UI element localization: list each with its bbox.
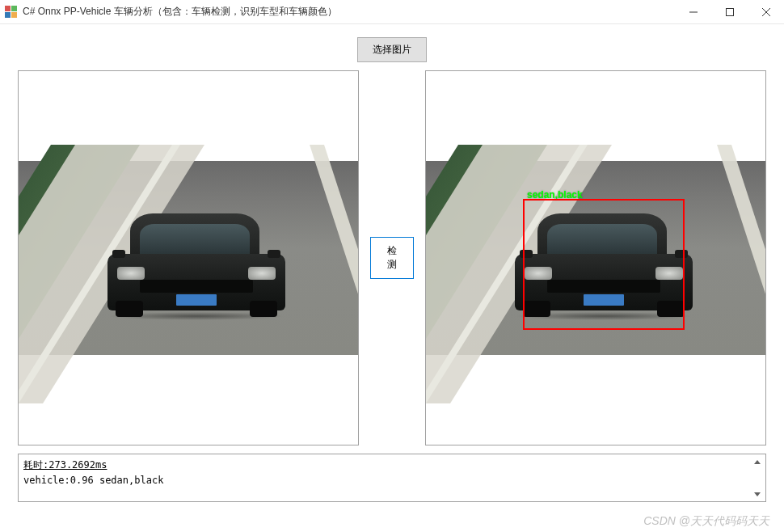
output-result: vehicle:0.96 sedan,black bbox=[23, 472, 761, 490]
content-area: 选择图片 bbox=[0, 24, 784, 512]
detect-button[interactable]: 检测 bbox=[370, 237, 414, 279]
input-image bbox=[19, 161, 358, 355]
minimize-button[interactable] bbox=[675, 0, 711, 23]
output-textbox[interactable]: 耗时:273.2692ms vehicle:0.96 sedan,black bbox=[18, 454, 766, 502]
select-image-button[interactable]: 选择图片 bbox=[357, 37, 427, 62]
scroll-down-icon[interactable] bbox=[751, 488, 764, 500]
app-icon bbox=[5, 6, 18, 19]
images-row: 检测 bbox=[18, 70, 766, 445]
titlebar: C# Onnx PP-Vehicle 车辆分析（包含：车辆检测，识别车型和车辆颜… bbox=[0, 0, 784, 24]
output-image: sedan,black bbox=[426, 161, 765, 355]
top-button-row: 选择图片 bbox=[18, 37, 766, 62]
output-image-panel: sedan,black bbox=[425, 70, 766, 445]
watermark: CSDN @天天代码码天天 bbox=[643, 514, 769, 529]
window-title: C# Onnx PP-Vehicle 车辆分析（包含：车辆检测，识别车型和车辆颜… bbox=[23, 5, 675, 19]
maximize-button[interactable] bbox=[711, 0, 748, 23]
close-button[interactable] bbox=[748, 0, 784, 23]
output-timing: 耗时:273.2692ms bbox=[23, 458, 761, 472]
input-image-panel bbox=[18, 70, 359, 445]
svg-rect-1 bbox=[726, 8, 733, 15]
window-controls bbox=[675, 0, 784, 23]
scroll-up-icon[interactable] bbox=[751, 455, 764, 468]
detection-label: sedan,black bbox=[527, 189, 583, 201]
